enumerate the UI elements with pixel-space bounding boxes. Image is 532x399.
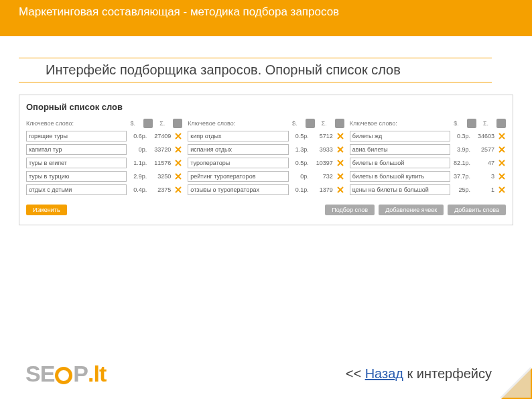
keyword-input[interactable] [350,158,450,168]
count-cell: 3933 [310,146,334,153]
column-2: Ключевое слово: $. Σ. 0.5р.5712 1.3р.393… [188,119,344,198]
seopult-logo: SE P .lt [25,361,106,387]
delete-icon[interactable] [498,159,506,167]
column-3: Ключевое слово: $. Σ. 0.3р.34603 3.9р.25… [350,119,506,198]
table-row: 0.5р.10397 [188,158,344,168]
keyword-input[interactable] [188,171,288,182]
price-head: $. [123,120,142,127]
delete-icon[interactable] [336,146,344,154]
count-cell: 2375 [148,186,172,193]
back-prefix: << [346,366,365,381]
logo-p: P [73,361,88,387]
table-row: 1.3р.3933 [188,144,344,155]
delete-icon[interactable] [336,186,344,194]
keyword-input[interactable] [26,171,127,182]
add-words-button[interactable]: Добавить слова [448,205,506,215]
price-cell: 25р. [450,186,472,193]
person-icon [306,119,315,128]
person-icon [467,119,476,128]
delete-icon[interactable] [336,172,344,180]
table-row: 0.4р.2375 [26,184,182,195]
count-cell: 3250 [148,173,172,180]
price-head: $. [285,120,304,127]
delete-icon[interactable] [336,132,344,140]
add-cells-button[interactable]: Добавление ячеек [379,205,444,215]
logo-ring-icon [55,367,72,384]
person-icon [496,119,506,128]
back-link-text: Назад [365,366,403,381]
pick-words-button[interactable]: Подбор слов [325,205,375,215]
price-cell: 0р. [127,146,148,153]
price-cell: 0.5р. [289,133,310,139]
price-cell: 0.1р. [289,186,310,193]
keyword-input[interactable] [26,144,127,155]
price-cell: 0.5р. [289,160,310,166]
count-cell: 732 [310,173,334,180]
panel-title: Опорный список слов [26,102,506,112]
table-row: 3.9р.2577 [350,144,506,155]
keyword-input[interactable] [188,131,288,141]
delete-icon[interactable] [174,132,182,140]
header-title: Маркетинговая составляющая - методика по… [19,5,339,19]
logo-lt: .lt [88,361,106,387]
button-row: Изменить Подбор слов Добавление ячеек До… [26,205,506,215]
table-row: 2.9р.3250 [26,171,182,182]
back-suffix: к интерфейсу [403,366,492,381]
count-cell: 27409 [148,133,172,139]
person-icon [335,119,344,128]
count-head: Σ. [315,120,334,127]
delete-icon[interactable] [498,146,506,154]
count-cell: 10397 [310,160,334,166]
price-cell: 37.7р. [450,173,472,180]
person-icon [173,119,182,128]
price-cell: 1.3р. [289,146,310,153]
columns: Ключевое слово: $. Σ. 0.6р.27409 0р.3372… [26,119,506,198]
price-cell: 0.3р. [450,133,472,139]
column-1: Ключевое слово: $. Σ. 0.6р.27409 0р.3372… [26,119,182,198]
delete-icon[interactable] [498,172,506,180]
delete-icon[interactable] [174,172,182,180]
delete-icon[interactable] [336,159,344,167]
table-row: 0р.732 [188,171,344,182]
price-cell: 82.1р. [450,160,472,166]
delete-icon[interactable] [498,132,506,140]
price-cell: 3.9р. [450,146,472,153]
keyword-label: Ключевое слово: [26,120,123,127]
table-row: 25р.1 [350,184,506,195]
count-cell: 1379 [310,186,334,193]
table-row: 0.6р.27409 [26,131,182,141]
price-cell: 0р. [289,173,310,180]
keyword-input[interactable] [188,184,288,195]
change-button[interactable]: Изменить [26,205,67,215]
price-cell: 1.1р. [127,160,148,166]
count-cell: 47 [472,160,496,166]
delete-icon[interactable] [174,146,182,154]
logo-se: SE [25,361,54,387]
price-cell: 0.6р. [127,133,148,139]
count-cell: 34603 [472,133,496,139]
delete-icon[interactable] [174,159,182,167]
keyword-input[interactable] [26,184,127,195]
subtitle-text: Интерфейс подборщика запросов. Опорный с… [46,62,492,78]
keyword-label: Ключевое слово: [350,120,447,127]
keyword-input[interactable] [350,144,450,155]
price-head: $. [447,120,466,127]
keyword-input[interactable] [26,131,127,141]
keyword-input[interactable] [188,158,288,168]
header-bar: Маркетинговая составляющая - методика по… [0,0,532,36]
delete-icon[interactable] [174,186,182,194]
keyword-input[interactable] [350,184,450,195]
column-head: Ключевое слово: $. Σ. [350,119,506,128]
keyword-input[interactable] [350,131,450,141]
keyword-input[interactable] [350,171,450,182]
keyword-input[interactable] [188,144,288,155]
back-link[interactable]: << Назад к интерфейсу [346,366,492,382]
word-list-panel: Опорный список слов Ключевое слово: $. Σ… [19,95,513,225]
keyword-input[interactable] [26,158,127,168]
count-cell: 1 [472,186,496,193]
table-row: 0.1р.1379 [188,184,344,195]
count-cell: 3 [472,173,496,180]
subtitle-bar: Интерфейс подборщика запросов. Опорный с… [19,58,492,82]
column-head: Ключевое слово: $. Σ. [26,119,182,128]
delete-icon[interactable] [498,186,506,194]
